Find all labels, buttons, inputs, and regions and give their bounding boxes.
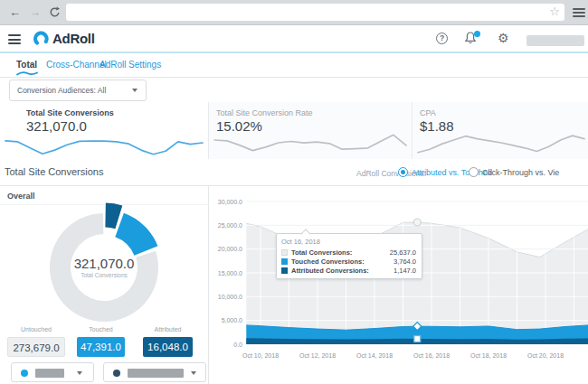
- tooltip-row: Total Conversions: 25,637.0: [281, 248, 416, 257]
- svg-text:20,000.0: 20,000.0: [218, 246, 242, 252]
- card-title: Total Site Conversion Rate: [216, 108, 313, 117]
- card-title: CPA: [420, 108, 436, 117]
- svg-text:Oct 14, 2018: Oct 14, 2018: [356, 352, 393, 359]
- notification-badge: [474, 31, 480, 37]
- stat-label-attributed: Attributed: [143, 326, 193, 332]
- redacted-label: [128, 369, 184, 378]
- donut-center-value: 321,070.0: [36, 256, 172, 271]
- radio-attributed-vs-touched[interactable]: [398, 167, 408, 177]
- metric-cards: Total Site Conversions 321,070.0 Total S…: [0, 102, 588, 159]
- svg-text:Oct 20, 2018: Oct 20, 2018: [527, 352, 564, 359]
- card-value: 321,070.0: [26, 118, 87, 134]
- card-conversion-rate[interactable]: Total Site Conversion Rate 15.02%: [209, 102, 413, 159]
- screen: ← → ☆ AdRoll ? ⚙ Total Cross-Channe: [0, 0, 588, 384]
- radio-click-through-vs-view-through[interactable]: [469, 167, 479, 177]
- bookmark-star-icon[interactable]: ☆: [549, 5, 560, 18]
- browser-menu-icon[interactable]: [573, 8, 585, 19]
- section-content: Overall 321,070.0 Total Conversions Unto…: [0, 185, 588, 384]
- legend-dot-blue: [21, 370, 28, 377]
- svg-text:30,000.0: 30,000.0: [218, 199, 242, 205]
- chevron-down-icon: [132, 89, 138, 92]
- tooltip-label: Total Conversions:: [291, 248, 390, 257]
- swatch-total: [281, 249, 288, 256]
- svg-text:5,000.0: 5,000.0: [222, 317, 242, 323]
- redacted-label: [35, 369, 64, 378]
- notifications-bell-icon[interactable]: [464, 31, 480, 46]
- tab-total[interactable]: Total: [16, 60, 37, 70]
- radio-label[interactable]: Attributed vs. Touched: [412, 168, 492, 177]
- sparkline-conversion-rate: [213, 126, 408, 156]
- radio-label[interactable]: Click-Through vs. Vie: [482, 168, 559, 177]
- chevron-down-icon: [77, 371, 82, 375]
- active-tab-underline: [16, 70, 38, 76]
- tooltip-label: Attributed Conversions:: [291, 267, 394, 275]
- svg-text:Oct 12, 2018: Oct 12, 2018: [299, 352, 336, 359]
- browser-back-icon[interactable]: ←: [9, 5, 21, 20]
- legend-dropdown-1[interactable]: [11, 362, 94, 382]
- conversion-audiences-value: Conversion Audiences: All: [17, 80, 106, 100]
- tab-cross-channel[interactable]: Cross-Channel: [46, 60, 107, 70]
- account-menu-placeholder[interactable]: [526, 35, 584, 46]
- tooltip-row: Attributed Conversions: 1,147.0: [281, 266, 416, 275]
- tab-adroll[interactable]: AdRoll: [100, 60, 126, 70]
- swatch-touched: [281, 258, 288, 265]
- tooltip-value: 25,637.0: [390, 248, 416, 257]
- svg-text:25,000.0: 25,000.0: [218, 222, 242, 229]
- conversion-audiences-dropdown[interactable]: Conversion Audiences: All: [9, 80, 147, 101]
- sparkline-cpa: [416, 126, 586, 156]
- tooltip-value: 1,147.0: [394, 267, 416, 275]
- stat-value-touched: 47,391.0: [77, 337, 125, 357]
- section-title: Total Site Conversions: [5, 166, 103, 177]
- swatch-attributed: [281, 267, 288, 274]
- svg-text:Oct 16, 2018: Oct 16, 2018: [413, 352, 450, 359]
- svg-text:Oct 10, 2018: Oct 10, 2018: [242, 352, 279, 359]
- adroll-logo-icon: [33, 30, 51, 48]
- card-total-site-conversions[interactable]: Total Site Conversions 321,070.0: [0, 102, 209, 159]
- stat-label-touched: Touched: [77, 326, 125, 332]
- card-cpa[interactable]: CPA $1.88: [413, 102, 588, 159]
- nav-hamburger-icon[interactable]: [8, 34, 21, 47]
- svg-text:10,000.0: 10,000.0: [218, 294, 242, 300]
- chart-tooltip: Oct 16, 2018 Total Conversions: 25,637.0…: [276, 233, 422, 279]
- svg-text:15,000.0: 15,000.0: [218, 270, 242, 276]
- tooltip-label: Touched Conversions:: [291, 258, 394, 266]
- chart-panel: 0.05,000.010,000.015,000.020,000.025,000…: [209, 186, 588, 384]
- overall-panel: Overall 321,070.0 Total Conversions Unto…: [0, 186, 209, 384]
- tab-bar: Total Cross-Channel AdRoll Settings: [0, 55, 588, 78]
- help-icon[interactable]: ?: [436, 33, 448, 44]
- adroll-logo-text[interactable]: AdRoll: [52, 31, 95, 46]
- browser-forward-icon[interactable]: →: [29, 5, 41, 20]
- chevron-down-icon: [191, 371, 196, 375]
- settings-gear-icon[interactable]: ⚙: [498, 31, 509, 45]
- browser-chrome: ← → ☆: [0, 0, 588, 25]
- svg-text:Oct 18, 2018: Oct 18, 2018: [470, 352, 507, 359]
- stat-label-untouched: Untouched: [7, 326, 65, 332]
- stat-value-attributed: 16,048.0: [143, 337, 193, 357]
- stat-value-untouched: 273,679.0: [7, 337, 65, 357]
- tooltip-row: Touched Conversions: 3,764.0: [281, 257, 416, 266]
- donut-center-label: Total Conversions: [36, 272, 172, 278]
- app-header: AdRoll ? ⚙: [0, 25, 588, 53]
- browser-url-bar[interactable]: ☆: [66, 4, 564, 21]
- svg-text:0.0: 0.0: [233, 342, 242, 348]
- card-title: Total Site Conversions: [26, 108, 114, 117]
- browser-refresh-icon[interactable]: [49, 6, 61, 18]
- tooltip-value: 3,764.0: [394, 258, 416, 266]
- legend-dot-dark: [113, 370, 120, 377]
- sparkline-total-conversions: [4, 134, 204, 158]
- legend-dropdown-2[interactable]: [103, 362, 206, 382]
- section-header: Total Site Conversions AdRoll Conversion…: [0, 159, 588, 185]
- tooltip-date: Oct 16, 2018: [281, 238, 416, 246]
- tab-settings[interactable]: Settings: [128, 60, 161, 70]
